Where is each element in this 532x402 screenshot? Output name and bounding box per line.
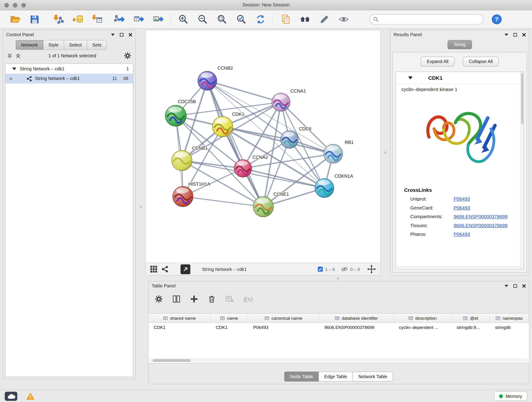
disclosure-triangle-icon[interactable] — [12, 67, 16, 70]
cell-database-identifier[interactable]: 9606.ENSP00000378699 — [319, 323, 394, 332]
network-node-CCNA1[interactable]: CCNA1 — [272, 89, 306, 111]
panel-menu-icon[interactable] — [505, 285, 508, 287]
expand-all-button[interactable]: Expand All — [421, 57, 455, 66]
section-collapse-icon[interactable] — [408, 76, 413, 79]
open-session-button[interactable] — [6, 11, 25, 27]
tab-network[interactable]: Network — [16, 40, 43, 50]
warning-button[interactable] — [24, 391, 37, 401]
function-builder-icon[interactable]: f(x) — [244, 295, 253, 303]
search-input[interactable] — [381, 17, 480, 22]
home-navigator-button[interactable] — [295, 11, 314, 27]
panel-float-icon[interactable] — [120, 33, 123, 36]
share-network-icon[interactable] — [162, 266, 168, 273]
network-item-row[interactable]: String Network – cdk1 11 48 — [6, 74, 133, 83]
table-horizontal-scrollbar[interactable] — [149, 358, 528, 363]
edge-CCNB2-CCNE1[interactable] — [207, 81, 263, 206]
column-header-name[interactable]: name — [211, 313, 248, 322]
import-table-file-button[interactable] — [88, 11, 107, 27]
gear-icon[interactable] — [124, 52, 132, 60]
panel-menu-icon[interactable] — [111, 33, 114, 36]
cell-namespace[interactable]: stringdb — [490, 323, 529, 332]
annotation-button[interactable] — [315, 11, 334, 27]
network-node-CDK1[interactable]: CDK1 — [212, 112, 244, 137]
hidden-counts-group[interactable]: 0 – 0 — [341, 267, 360, 272]
edge-HIST1H1A-CCNE1[interactable] — [183, 196, 263, 206]
memory-button[interactable]: Memory — [494, 391, 527, 401]
zoom-fit-button[interactable] — [212, 11, 231, 27]
tab-edge-table[interactable]: Edge Table — [318, 372, 353, 382]
crosslink-link[interactable]: P06493 — [454, 231, 470, 237]
import-network-database-button[interactable] — [68, 11, 88, 27]
column-header-database-identifier[interactable]: database identifier — [319, 313, 394, 322]
columns-icon[interactable] — [172, 295, 181, 303]
export-image-button[interactable] — [148, 11, 167, 27]
cell-canonical-name[interactable]: P06493 — [248, 323, 319, 332]
tab-select[interactable]: Select — [64, 40, 87, 50]
add-row-icon[interactable] — [190, 295, 198, 303]
crosslink-link[interactable]: P06493 — [454, 205, 470, 211]
collapse-all-button[interactable]: Collapse All — [462, 57, 499, 66]
network-node-HIST1H1A[interactable]: HIST1H1A — [173, 182, 210, 207]
duplicate-network-button[interactable] — [276, 11, 295, 27]
network-node-CCNB1[interactable]: CCNB1 — [172, 146, 208, 171]
pan-arrows-icon[interactable] — [367, 265, 376, 274]
graphics-details-button[interactable] — [334, 11, 353, 27]
panel-float-icon[interactable] — [513, 33, 517, 36]
import-network-file-button[interactable] — [49, 11, 68, 27]
save-session-button[interactable] — [25, 11, 44, 27]
zoom-selected-button[interactable] — [231, 11, 251, 27]
search-box[interactable] — [370, 14, 484, 24]
scrollbar-thumb[interactable] — [521, 73, 523, 124]
cell-shared-name[interactable]: CDK1 — [149, 323, 211, 332]
selected-checkbox-icon[interactable] — [317, 267, 323, 272]
cell-id[interactable]: stringdb:9... — [452, 323, 490, 332]
network-collection-row[interactable]: String Network – cdk1 1 — [6, 64, 133, 74]
delete-table-icon[interactable] — [225, 295, 234, 303]
tab-network-table[interactable]: Network Table — [353, 372, 393, 382]
network-node-RB1[interactable]: RB1 — [324, 140, 354, 163]
grid-view-icon[interactable] — [150, 265, 158, 273]
column-header-id[interactable]: @id — [452, 313, 490, 322]
redraw-network-button[interactable] — [251, 11, 270, 27]
export-network-button[interactable] — [109, 11, 129, 27]
crosslink-link[interactable]: 9606.ENSP00000378699 — [454, 223, 507, 228]
tab-node-table[interactable]: Node Table — [284, 372, 319, 382]
cell-description[interactable]: cyclin–dependent ... — [394, 323, 452, 332]
cloud-button[interactable] — [5, 391, 17, 401]
panel-menu-icon[interactable] — [505, 33, 508, 36]
cell-name[interactable]: CDK1 — [211, 323, 248, 332]
zoom-out-button[interactable] — [193, 11, 212, 27]
protein-card-header[interactable]: CDK1 — [396, 72, 524, 84]
tab-style[interactable]: Style — [43, 40, 64, 50]
gear-icon[interactable] — [155, 295, 163, 303]
table-row[interactable]: CDK1 CDK1 P06493 9606.ENSP00000378699 cy… — [149, 323, 529, 332]
zoom-in-button[interactable] — [173, 11, 193, 27]
help-button[interactable]: ? — [491, 13, 502, 25]
trash-icon[interactable] — [208, 295, 216, 303]
column-header-canonical-name[interactable]: canonical name — [248, 313, 319, 322]
collapse-all-icon[interactable] — [7, 53, 12, 58]
column-header-shared-name[interactable]: shared name — [149, 313, 211, 322]
column-header-description[interactable]: description — [394, 313, 452, 322]
panel-close-icon[interactable] — [522, 33, 526, 36]
splitter-handle-right[interactable] — [384, 151, 386, 153]
splitter-handle-left[interactable] — [139, 206, 142, 208]
expand-all-icon[interactable] — [16, 53, 21, 58]
network-node-CDKN1A[interactable]: CDKN1A — [315, 173, 353, 198]
results-tab-string[interactable]: String — [448, 40, 472, 49]
titlebar[interactable]: Session: New Session — [0, 0, 532, 10]
selected-counts-group[interactable]: 1 – 0 — [317, 267, 335, 272]
scrollbar-thumb[interactable] — [152, 359, 191, 362]
column-header-namespace[interactable]: namespac — [490, 313, 529, 322]
splitter-handle-horizontal[interactable] — [337, 277, 339, 280]
tab-sets[interactable]: Sets — [87, 40, 107, 50]
horizontal-scrollbar[interactable] — [396, 266, 520, 269]
panel-close-icon[interactable] — [128, 33, 132, 36]
vertical-scrollbar[interactable] — [520, 72, 524, 269]
network-node-CDC25B[interactable]: CDC25B — [165, 99, 196, 126]
crosslink-link[interactable]: 9606.ENSP00000378699 — [454, 214, 507, 219]
export-table-button[interactable] — [129, 11, 148, 27]
navigator-toggle-button[interactable] — [181, 264, 190, 274]
network-canvas[interactable]: CCNB2CCNA1CDC25BCDK1CDC6RB1CCNB1CCNA2CDK… — [146, 30, 380, 263]
crosslink-link[interactable]: P06493 — [454, 196, 470, 202]
